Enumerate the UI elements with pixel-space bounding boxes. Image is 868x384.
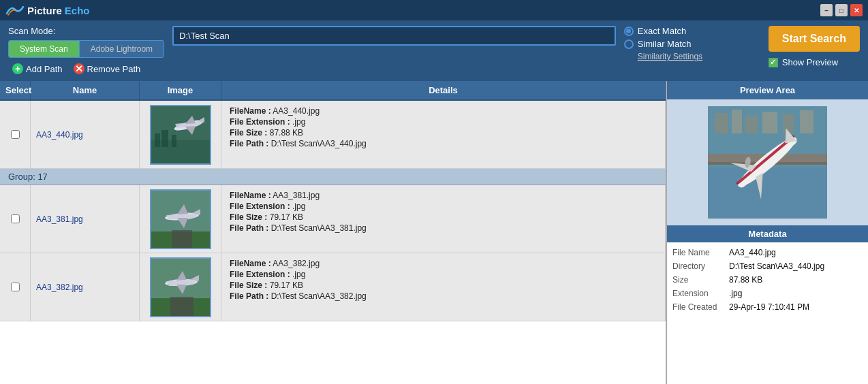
row1-select[interactable] — [0, 101, 31, 168]
results-panel[interactable]: Select Name Image Details AA3_440.jpg — [0, 81, 667, 384]
row2-filesize: File Size : 79.17 KB — [230, 212, 303, 222]
similar-match-option[interactable]: Similar Match — [624, 39, 760, 49]
table-header: Select Name Image Details — [0, 81, 666, 101]
metadata-table: File Name AA3_440.jpg Directory D:\Test … — [667, 242, 868, 321]
preview-image-area — [667, 99, 868, 225]
show-preview-row: Show Preview — [769, 57, 838, 67]
metadata-created-row: File Created 29-Apr-19 7:10:41 PM — [672, 302, 863, 312]
row2-image — [140, 185, 221, 253]
add-path-label: Add Path — [26, 64, 63, 74]
row1-filesize: File Size : 87.88 KB — [230, 128, 303, 138]
col-image: Image — [140, 81, 221, 99]
table-row-3[interactable]: AA3_382.jpg — [0, 253, 666, 321]
metadata-extension-key: Extension — [672, 289, 724, 298]
row2-filepath: File Path : D:\Test Scan\AA3_381.jpg — [230, 223, 367, 233]
similarity-settings-link[interactable]: Similarity Settings — [624, 52, 760, 61]
svg-rect-3 — [161, 130, 168, 147]
preview-panel: Preview Area — [667, 81, 868, 384]
col-name: Name — [31, 81, 140, 99]
row3-filepath: File Path : D:\Test Scan\AA3_382.jpg — [230, 291, 367, 301]
system-scan-button[interactable]: System Scan — [9, 41, 79, 57]
row2-select[interactable] — [0, 185, 31, 253]
maximize-button[interactable]: □ — [835, 4, 848, 16]
exact-match-option[interactable]: Exact Match — [624, 26, 760, 36]
scan-mode-buttons: System Scan Adobe Lightroom — [8, 40, 164, 58]
search-section: Start Search Show Preview — [769, 26, 860, 67]
metadata-directory-key: Directory — [672, 261, 724, 271]
scan-mode-label: Scan Mode: — [8, 26, 164, 36]
metadata-extension-row: Extension .jpg — [672, 289, 863, 298]
metadata-created-value: 29-Apr-19 7:10:41 PM — [729, 302, 809, 312]
similar-match-label: Similar Match — [638, 39, 692, 49]
row2-extension: File Extension : .jpg — [230, 202, 305, 211]
svg-rect-20 — [715, 113, 728, 133]
close-button[interactable]: ✕ — [850, 4, 863, 16]
metadata-filename-row: File Name AA3_440.jpg — [672, 248, 863, 257]
show-preview-label: Show Preview — [782, 57, 838, 67]
svg-rect-24 — [783, 114, 794, 133]
metadata-directory-value: D:\Test Scan\AA3_440.jpg — [729, 261, 824, 271]
svg-rect-22 — [745, 116, 758, 133]
app-title-echo: Echo — [65, 5, 90, 16]
row1-details: FileName : AA3_440.jpg File Extension : … — [221, 101, 666, 168]
top-panel: Scan Mode: System Scan Adobe Lightroom +… — [0, 20, 868, 81]
preview-area-label: Preview Area — [667, 81, 868, 99]
table-row-2[interactable]: AA3_381.jpg — [0, 185, 666, 253]
row1-extension: File Extension : .jpg — [230, 117, 305, 127]
table-section: Select Name Image Details AA3_440.jpg — [0, 81, 868, 384]
svg-rect-2 — [155, 133, 160, 147]
exact-match-label: Exact Match — [638, 26, 687, 36]
metadata-label: Metadata — [667, 225, 868, 242]
svg-rect-26 — [708, 167, 827, 219]
minimize-button[interactable]: – — [820, 4, 833, 16]
svg-rect-1 — [151, 140, 211, 165]
preview-image — [708, 106, 827, 219]
svg-rect-14 — [170, 297, 193, 317]
row1-image — [140, 101, 221, 168]
row2-thumb — [150, 189, 211, 249]
path-section — [172, 26, 616, 46]
row1-checkbox[interactable] — [11, 130, 20, 139]
exact-match-radio[interactable] — [624, 27, 634, 36]
metadata-filename-value: AA3_440.jpg — [729, 248, 776, 257]
remove-path-label: Remove Path — [87, 64, 141, 74]
row3-filesize: File Size : 79.17 KB — [230, 281, 303, 290]
row1-filename: FileName : AA3_440.jpg — [230, 106, 320, 116]
start-search-button[interactable]: Start Search — [769, 26, 860, 52]
row1-filepath: File Path : D:\Test Scan\AA3_440.jpg — [230, 139, 367, 148]
row3-checkbox[interactable] — [11, 283, 20, 291]
svg-rect-23 — [762, 112, 777, 133]
main-content: Scan Mode: System Scan Adobe Lightroom +… — [0, 20, 868, 384]
metadata-size-value: 87.88 KB — [729, 275, 762, 285]
path-input[interactable] — [172, 26, 616, 46]
remove-icon: ✕ — [74, 63, 84, 74]
row1-thumb — [150, 105, 211, 165]
metadata-filename-key: File Name — [672, 248, 724, 257]
scan-mode-section: Scan Mode: System Scan Adobe Lightroom +… — [8, 26, 164, 76]
row2-checkbox[interactable] — [11, 214, 20, 223]
titlebar: PictureEcho – □ ✕ — [0, 0, 868, 20]
show-preview-checkbox[interactable] — [769, 58, 778, 67]
svg-rect-21 — [732, 110, 742, 133]
right-options: Exact Match Similar Match Similarity Set… — [624, 26, 760, 61]
metadata-size-row: Size 87.88 KB — [672, 275, 863, 285]
app-logo: PictureEcho — [5, 3, 90, 18]
similar-match-radio[interactable] — [624, 39, 634, 49]
adobe-lightroom-button[interactable]: Adobe Lightroom — [79, 41, 164, 57]
row3-select[interactable] — [0, 253, 31, 321]
svg-rect-4 — [172, 135, 176, 147]
metadata-section: Metadata File Name AA3_440.jpg Directory… — [667, 225, 868, 384]
table-row[interactable]: AA3_440.jpg — [0, 101, 666, 169]
metadata-extension-value: .jpg — [729, 289, 742, 298]
metadata-created-key: File Created — [672, 302, 724, 312]
col-details: Details — [221, 81, 666, 99]
app-title-picture: Picture — [27, 5, 62, 16]
radio-group: Exact Match Similar Match Similarity Set… — [624, 26, 760, 61]
svg-rect-25 — [800, 110, 813, 133]
logo-icon — [5, 3, 25, 18]
col-select: Select — [0, 81, 31, 99]
row2-details: FileName : AA3_381.jpg File Extension : … — [221, 185, 666, 253]
path-buttons: + Add Path ✕ Remove Path — [8, 62, 164, 76]
add-path-button[interactable]: + Add Path — [10, 62, 65, 76]
remove-path-button[interactable]: ✕ Remove Path — [71, 62, 144, 76]
